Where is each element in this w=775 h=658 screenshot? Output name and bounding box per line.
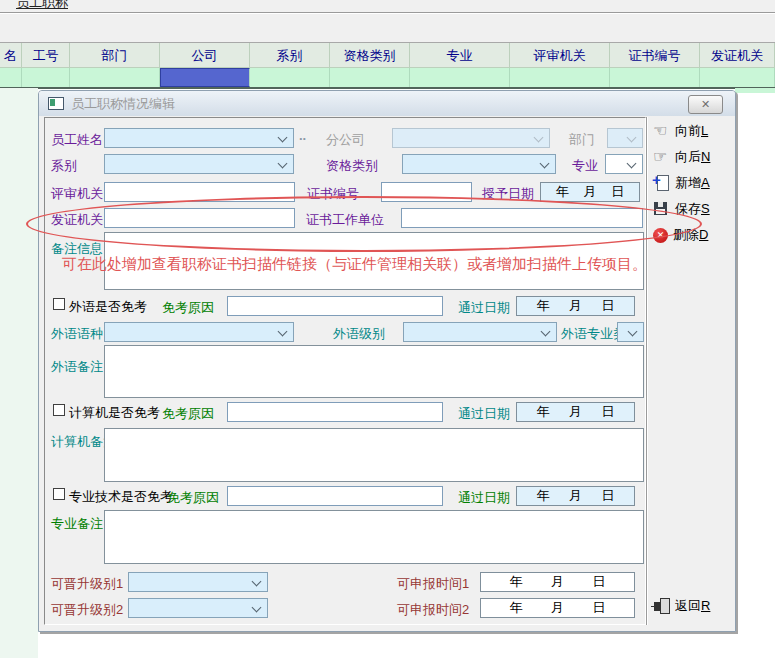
foreign-lang-label: 外语语种 <box>51 325 103 343</box>
review-org-label: 评审机关 <box>51 185 103 203</box>
computer-exempt-reason-input[interactable] <box>227 402 443 422</box>
foreign-major-class-combo[interactable] <box>617 322 644 342</box>
cell[interactable] <box>70 68 160 87</box>
award-date-label: 授予日期 <box>482 185 534 203</box>
cell[interactable] <box>250 68 330 87</box>
year-unit: 年 <box>537 487 550 505</box>
window-background-left <box>0 88 38 658</box>
issue-org-label: 发证机关 <box>51 211 103 229</box>
cell[interactable] <box>610 68 700 87</box>
forward-button[interactable]: 向前L <box>653 122 708 140</box>
dots-label: .. <box>299 128 306 143</box>
cell[interactable] <box>510 68 610 87</box>
qual-category-label: 资格类别 <box>326 157 378 175</box>
computer-pass-date-field[interactable]: 年月日 <box>516 402 635 422</box>
tech-exempt-reason-input[interactable] <box>227 486 443 506</box>
tech-exempt-checkbox[interactable] <box>53 488 65 500</box>
computer-remark-textarea[interactable] <box>104 428 644 482</box>
branch-combo <box>392 128 550 148</box>
selected-cell[interactable] <box>160 68 250 87</box>
foreign-exempt-checkbox[interactable] <box>53 298 65 310</box>
tech-exempt-reason-label: 免考原因 <box>167 489 219 507</box>
month-unit: 月 <box>569 487 582 505</box>
day-unit: 日 <box>602 403 615 421</box>
month-unit: 月 <box>551 599 564 617</box>
year-unit: 年 <box>510 573 523 591</box>
cert-work-unit-input[interactable] <box>401 208 643 228</box>
foreign-exempt-label: 外语是否免考 <box>69 298 147 316</box>
col-header-major[interactable]: 专业 <box>410 43 510 68</box>
return-button[interactable]: 返回R <box>653 597 710 615</box>
day-unit: 日 <box>602 487 615 505</box>
department-combo <box>607 128 643 148</box>
computer-exempt-checkbox[interactable] <box>53 404 65 416</box>
major-label: 专业 <box>572 157 598 175</box>
tech-exempt-label: 专业技术是否免考 <box>69 488 173 506</box>
day-unit: 日 <box>602 297 615 315</box>
employee-table: 名 工号 部门 公司 系别 资格类别 专业 评审机关 证书编号 发证机关 <box>0 42 775 89</box>
major-remark-label: 专业备注 <box>51 515 103 533</box>
col-header-revieworg[interactable]: 评审机关 <box>510 43 610 68</box>
foreign-pass-date-label: 通过日期 <box>458 299 510 317</box>
month-unit: 月 <box>569 297 582 315</box>
col-header-empno[interactable]: 工号 <box>22 43 70 68</box>
employee-name-combo[interactable] <box>104 128 294 148</box>
cell[interactable] <box>22 68 70 87</box>
close-button[interactable]: ✕ <box>688 95 723 114</box>
delete-button[interactable]: 删除D <box>653 226 708 244</box>
add-button[interactable]: + 新增A <box>653 174 710 192</box>
cert-no-label: 证书编号 <box>307 185 359 203</box>
qual-category-combo[interactable] <box>402 154 556 174</box>
tech-pass-date-field[interactable]: 年月日 <box>516 486 635 506</box>
table-row-continuation <box>735 88 775 93</box>
toolbar-separator-line <box>646 117 648 625</box>
series-label: 系别 <box>51 157 77 175</box>
col-header-name[interactable]: 名 <box>0 43 22 68</box>
cell[interactable] <box>700 68 775 87</box>
cell[interactable] <box>410 68 510 87</box>
foreign-remark-label: 外语备注 <box>51 358 103 376</box>
hand-right-icon <box>653 149 670 165</box>
promote-level1-label: 可晋升级别1 <box>51 575 123 593</box>
major-remark-textarea[interactable] <box>104 510 644 564</box>
table-row <box>0 68 775 87</box>
floppy-disk-icon <box>653 201 670 217</box>
apply-time1-field[interactable]: 年月日 <box>480 572 635 592</box>
col-header-dept[interactable]: 部门 <box>70 43 160 68</box>
col-header-qual[interactable]: 资格类别 <box>330 43 410 68</box>
foreign-remark-textarea[interactable] <box>104 345 644 398</box>
form-panel: 员工姓名 .. 分公司 部门 系别 资格类别 专业 评审机关 证书编号 授予日期… <box>44 117 646 625</box>
dialog-title: 员工职称情况编辑 <box>71 95 175 113</box>
dialog-titlebar[interactable]: 员工职称情况编辑 <box>39 91 735 116</box>
foreign-exempt-reason-input[interactable] <box>227 296 443 316</box>
foreign-level-combo[interactable] <box>403 322 557 342</box>
backward-button[interactable]: 向后N <box>653 148 710 166</box>
foreign-lang-combo[interactable] <box>104 322 294 342</box>
year-unit: 年 <box>537 403 550 421</box>
cell[interactable] <box>330 68 410 87</box>
dialog-employee-title-edit: 员工职称情况编辑 ✕ 员工姓名 .. 分公司 部门 系别 资格类别 专业 评审机… <box>38 90 736 632</box>
apply-time2-label: 可申报时间2 <box>397 601 469 619</box>
series-combo[interactable] <box>104 154 294 174</box>
top-bar: 员工职称 <box>0 0 775 42</box>
save-button[interactable]: 保存S <box>653 200 710 218</box>
major-combo[interactable] <box>605 154 643 174</box>
award-date-field[interactable]: 年月日 <box>540 182 640 202</box>
apply-time2-field[interactable]: 年月日 <box>480 598 635 618</box>
cell[interactable] <box>0 68 22 87</box>
col-header-company[interactable]: 公司 <box>160 43 250 68</box>
month-unit: 月 <box>551 573 564 591</box>
month-unit: 月 <box>584 183 597 201</box>
apply-time1-label: 可申报时间1 <box>397 575 469 593</box>
col-header-certno[interactable]: 证书编号 <box>610 43 700 68</box>
clipped-menu-text: 员工职称 <box>16 0 86 9</box>
review-org-input[interactable] <box>104 182 295 202</box>
issue-org-input[interactable] <box>104 208 295 228</box>
col-header-series[interactable]: 系别 <box>250 43 330 68</box>
cert-no-input[interactable] <box>381 182 472 202</box>
col-header-issueorg[interactable]: 发证机关 <box>700 43 775 68</box>
cert-work-unit-label: 证书工作单位 <box>306 211 384 229</box>
foreign-pass-date-field[interactable]: 年月日 <box>516 296 635 316</box>
promote-level1-combo[interactable] <box>128 572 268 592</box>
promote-level2-combo[interactable] <box>128 598 268 618</box>
